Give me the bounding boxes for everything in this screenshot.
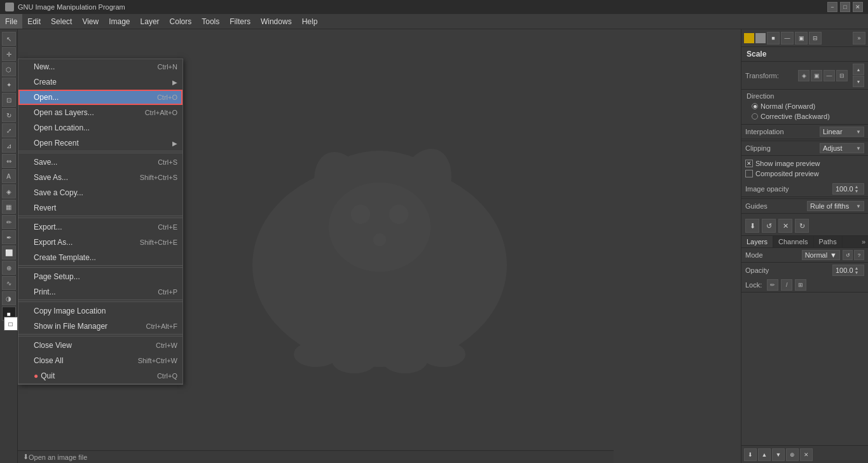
direction-backward-radio[interactable] <box>752 113 758 120</box>
tool-scale[interactable]: ⤢ <box>2 123 16 137</box>
close-button[interactable]: ✕ <box>853 2 863 12</box>
layers-panel-menu-btn[interactable]: » <box>859 237 868 247</box>
transform-btn-4[interactable]: ⊟ <box>836 70 848 81</box>
tool-eraser[interactable]: ⬜ <box>2 245 16 259</box>
menu-edit[interactable]: Edit <box>22 14 46 29</box>
tool-smudge[interactable]: ∿ <box>2 276 16 290</box>
direction-backward-row[interactable]: Corrective (Backward) <box>741 111 868 121</box>
tool-options-color2[interactable] <box>755 33 766 43</box>
mode-dropdown[interactable]: Normal ▼ <box>802 250 840 260</box>
tool-options-color1[interactable] <box>744 33 754 43</box>
tool-crop[interactable]: ⊡ <box>2 93 16 107</box>
direction-forward-radio[interactable] <box>752 103 758 109</box>
tool-lasso[interactable]: ⬡ <box>2 62 16 76</box>
tool-gradient[interactable]: ▦ <box>2 200 16 214</box>
lock-alpha-btn[interactable]: ✏ <box>767 279 778 291</box>
image-opacity-value[interactable]: 100.0 ▲▼ <box>832 183 864 195</box>
direction-forward-row[interactable]: Normal (Forward) <box>741 101 868 111</box>
clipping-dropdown[interactable]: Adjust ▼ <box>820 143 864 153</box>
tab-paths[interactable]: Paths <box>814 236 843 247</box>
image-opacity-spinners[interactable]: ▲▼ <box>855 184 859 193</box>
tool-brush[interactable]: ✒ <box>2 230 16 244</box>
menu-revert[interactable]: Revert <box>18 200 183 216</box>
composited-preview-checkbox[interactable] <box>745 170 753 177</box>
menu-windows[interactable]: Windows <box>256 14 297 29</box>
opacity-spinners[interactable]: ▲▼ <box>855 266 859 275</box>
layer-raise-btn[interactable]: ▲ <box>758 448 771 461</box>
menu-page-setup[interactable]: Page Setup... <box>18 269 183 284</box>
menu-save[interactable]: Save... Ctrl+S <box>18 155 183 170</box>
menu-colors[interactable]: Colors <box>165 14 197 29</box>
transform-btn-3[interactable]: — <box>823 70 835 81</box>
tool-background[interactable]: □ <box>4 317 18 331</box>
tool-options-btn2[interactable]: — <box>781 32 794 45</box>
menu-create-template[interactable]: Create Template... <box>18 250 183 265</box>
transform-up-btn[interactable]: ▲ <box>853 64 864 75</box>
menu-tools[interactable]: Tools <box>196 14 224 29</box>
menu-file[interactable]: File <box>0 14 22 29</box>
menu-close-view[interactable]: Close View Ctrl+W <box>18 338 183 353</box>
minimize-button[interactable]: − <box>827 2 837 12</box>
transform-btn-1[interactable]: ◈ <box>798 70 809 81</box>
menu-save-as[interactable]: Save As... Shift+Ctrl+S <box>18 170 183 185</box>
menu-export[interactable]: Export... Ctrl+E <box>18 219 183 235</box>
action-redo-btn[interactable]: ↻ <box>795 219 809 233</box>
menu-layer[interactable]: Layer <box>135 14 165 29</box>
action-undo-btn[interactable]: ↺ <box>762 219 776 233</box>
tool-options-btn1[interactable]: ■ <box>767 32 780 45</box>
menu-new[interactable]: New... Ctrl+N <box>18 59 183 74</box>
mode-ctrl-2[interactable]: ? <box>854 250 864 260</box>
tool-text[interactable]: A <box>2 169 16 183</box>
interpolation-dropdown[interactable]: Linear ▼ <box>820 127 864 137</box>
menu-save-copy[interactable]: Save a Copy... <box>18 185 183 200</box>
menu-quit[interactable]: ● Quit Ctrl+Q <box>18 368 183 384</box>
menu-open-recent[interactable]: Open Recent ▶ <box>18 135 183 151</box>
maximize-button[interactable]: □ <box>840 2 850 12</box>
guides-dropdown[interactable]: Rule of fifths ▼ <box>807 201 864 211</box>
layer-lower-btn[interactable]: ▼ <box>772 448 785 461</box>
lock-paint-btn[interactable]: / <box>781 279 792 291</box>
show-preview-checkbox[interactable]: ✕ <box>745 160 753 167</box>
panel-expand-btn[interactable]: » <box>853 32 865 45</box>
tab-layers[interactable]: Layers <box>741 236 773 247</box>
tool-clone[interactable]: ⊕ <box>2 261 16 275</box>
tool-rotate[interactable]: ↻ <box>2 108 16 122</box>
composited-preview-row[interactable]: Composited preview <box>741 169 868 179</box>
menu-view[interactable]: View <box>77 14 104 29</box>
mode-ctrl-1[interactable]: ↺ <box>843 250 853 260</box>
menu-create[interactable]: Create ▶ <box>18 74 183 90</box>
tab-channels[interactable]: Channels <box>773 236 813 247</box>
tool-arrow[interactable]: ↖ <box>2 32 16 46</box>
action-restore-btn[interactable]: ⬇ <box>745 219 759 233</box>
menu-open-layers[interactable]: Open as Layers... Ctrl+Alt+O <box>18 105 183 120</box>
transform-btn-2[interactable]: ▣ <box>811 70 822 81</box>
layers-opacity-value[interactable]: 100.0 ▲▼ <box>832 265 864 276</box>
menu-filters[interactable]: Filters <box>224 14 256 29</box>
tool-wand[interactable]: ✦ <box>2 78 16 92</box>
menu-open-location[interactable]: Open Location... <box>18 120 183 135</box>
tool-paintbucket[interactable]: ◈ <box>2 184 16 198</box>
tool-options-btn3[interactable]: ▣ <box>795 32 808 45</box>
layer-duplicate-btn[interactable]: ⊕ <box>786 448 799 461</box>
transform-down-btn[interactable]: ▼ <box>853 76 864 87</box>
action-delete-btn[interactable]: ✕ <box>778 219 792 233</box>
tool-pencil[interactable]: ✏ <box>2 215 16 229</box>
tool-flip[interactable]: ⇔ <box>2 154 16 168</box>
tool-perspective[interactable]: ⊿ <box>2 139 16 153</box>
tool-options-btn4[interactable]: ⊟ <box>809 32 822 45</box>
lock-move-btn[interactable]: ⊞ <box>795 279 806 291</box>
menu-image[interactable]: Image <box>104 14 135 29</box>
menu-close-all[interactable]: Close All Shift+Ctrl+W <box>18 353 183 368</box>
tool-crosshair[interactable]: ✛ <box>2 47 16 61</box>
menu-export-as[interactable]: Export As... Shift+Ctrl+E <box>18 235 183 250</box>
layer-delete-btn[interactable]: ✕ <box>800 448 813 461</box>
layer-new-btn[interactable]: ⬇ <box>744 448 757 461</box>
menu-help[interactable]: Help <box>297 14 323 29</box>
tool-dodge[interactable]: ◑ <box>2 291 16 305</box>
show-preview-row[interactable]: ✕ Show image preview <box>741 158 868 169</box>
menu-open[interactable]: Open... Ctrl+O <box>18 90 183 105</box>
menu-copy-location[interactable]: Copy Image Location <box>18 303 183 319</box>
menu-select[interactable]: Select <box>46 14 77 29</box>
menu-show-file-manager[interactable]: Show in File Manager Ctrl+Alt+F <box>18 319 183 334</box>
menu-print[interactable]: Print... Ctrl+P <box>18 284 183 300</box>
